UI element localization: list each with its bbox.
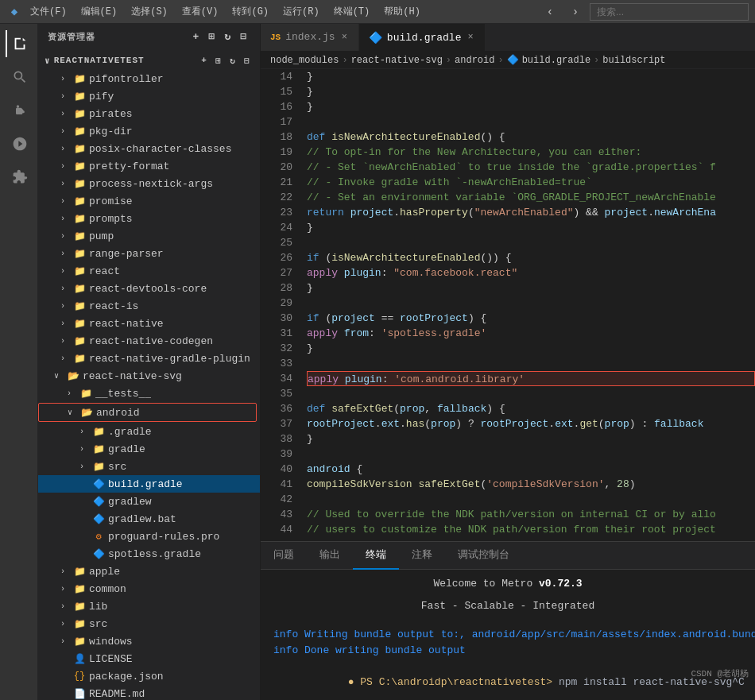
new-folder-icon[interactable]: ⊞ bbox=[206, 30, 219, 43]
menu-view[interactable]: 查看(V) bbox=[176, 3, 225, 20]
item-label: range-parser bbox=[89, 248, 164, 260]
gradle-bat-icon: 🔷 bbox=[92, 512, 105, 525]
expand-icon: ∨ bbox=[54, 371, 67, 381]
new-folder-icon-2[interactable]: ⊞ bbox=[212, 54, 225, 67]
menu-run[interactable]: 运行(R) bbox=[277, 3, 326, 20]
list-item[interactable]: › 📁 apple bbox=[38, 563, 260, 580]
item-label: react-native-svg bbox=[83, 370, 182, 382]
menu-terminal[interactable]: 终端(T) bbox=[327, 3, 377, 20]
activity-search[interactable] bbox=[6, 64, 33, 91]
code-line: if (isNewArchitectureEnabled()) { bbox=[307, 250, 755, 265]
list-item[interactable]: › 📁 .gradle bbox=[38, 423, 260, 440]
list-item[interactable]: › 📁 react-devtools-core bbox=[38, 280, 260, 297]
list-item[interactable]: › 📁 pump bbox=[38, 227, 260, 245]
list-item[interactable]: › 📁 posix-character-classes bbox=[38, 140, 260, 157]
code-line: } bbox=[307, 431, 755, 447]
list-item[interactable]: › 📁 gradle bbox=[38, 440, 260, 458]
item-label: react-devtools-core bbox=[89, 283, 207, 295]
list-item[interactable]: › 📁 range-parser bbox=[38, 245, 260, 262]
list-item[interactable]: › 📁 pretty-format bbox=[38, 157, 260, 175]
panel-tab-output[interactable]: 输出 bbox=[307, 542, 353, 570]
list-item[interactable]: 🔷 spotless.gradle bbox=[38, 545, 260, 563]
android-folder[interactable]: ∨ 📂 android bbox=[39, 404, 256, 421]
code-editor[interactable]: 14 15 16 17 18 19 20 21 22 23 24 25 26 2… bbox=[261, 69, 755, 541]
expand-icon: › bbox=[79, 462, 92, 471]
list-item[interactable]: › 📁 __tests__ bbox=[38, 385, 260, 402]
terminal-tagline: Fast - Scalable - Integrated bbox=[273, 598, 742, 614]
list-item[interactable]: › 📁 src bbox=[38, 458, 260, 475]
menu-help[interactable]: 帮助(H) bbox=[378, 3, 427, 20]
list-item[interactable]: 📄 README.md bbox=[38, 685, 260, 700]
collapse-icon[interactable]: ⊟ bbox=[238, 30, 250, 43]
list-item[interactable]: 👤 LICENSE bbox=[38, 650, 260, 667]
item-label: __tests__ bbox=[95, 388, 151, 400]
code-line: compileSdkVersion safeExtGet('compileSdk… bbox=[307, 477, 755, 492]
list-item[interactable]: {} package.json bbox=[38, 667, 260, 685]
list-item[interactable]: › 📁 react-native-codegen bbox=[38, 332, 260, 350]
expand-icon: › bbox=[67, 389, 79, 398]
code-line: apply plugin: "com.facebook.react" bbox=[307, 265, 755, 280]
menu-select[interactable]: 选择(S) bbox=[125, 3, 174, 20]
activity-debug[interactable] bbox=[6, 130, 33, 157]
panel-tab-terminal[interactable]: 终端 bbox=[353, 542, 399, 570]
list-item[interactable]: › 📁 process-nextick-args bbox=[38, 175, 260, 192]
list-item[interactable]: › 📁 react bbox=[38, 262, 260, 280]
breadcrumb: node_modules › react-native-svg › androi… bbox=[261, 52, 755, 69]
collapse-icon-2[interactable]: ⊟ bbox=[241, 54, 254, 67]
list-item[interactable]: › 📁 pify bbox=[38, 87, 260, 105]
list-item[interactable]: › 📁 react-is bbox=[38, 297, 260, 315]
menu-goto[interactable]: 转到(G) bbox=[226, 3, 275, 20]
item-label: prompts bbox=[89, 213, 133, 225]
proguard-icon: ⚙ bbox=[92, 530, 105, 543]
item-label: pify bbox=[89, 91, 114, 102]
menu-edit[interactable]: 编辑(E) bbox=[75, 3, 124, 20]
list-item[interactable]: › 📁 react-native bbox=[38, 315, 260, 332]
list-item[interactable]: ⚙ proguard-rules.pro bbox=[38, 528, 260, 545]
new-file-icon-2[interactable]: + bbox=[198, 54, 211, 67]
terminal-info-line2: info Done writing bundle output bbox=[273, 643, 742, 659]
panel-area: 问题 输出 终端 注释 调试控制台 Welcome to Metro v0.72… bbox=[261, 541, 755, 700]
list-item[interactable]: › 📁 windows bbox=[38, 632, 260, 650]
tab-close[interactable]: × bbox=[340, 30, 349, 44]
folder-icon: 📁 bbox=[73, 635, 86, 648]
list-item[interactable]: › 📁 src bbox=[38, 615, 260, 632]
watermark: CSDN @老胡杨 bbox=[691, 667, 749, 679]
panel-tab-debug[interactable]: 调试控制台 bbox=[445, 542, 522, 570]
folder-icon: 📁 bbox=[73, 352, 86, 365]
list-item[interactable]: 🔷 gradlew bbox=[38, 493, 260, 510]
new-file-icon[interactable]: + bbox=[190, 30, 203, 43]
list-item[interactable]: ∨ 📂 react-native-svg bbox=[38, 367, 260, 385]
tab-build-gradle[interactable]: 🔷 build.gradle × bbox=[359, 24, 486, 51]
list-item[interactable]: › 📁 prompts bbox=[38, 210, 260, 227]
nav-forward[interactable]: › bbox=[564, 3, 587, 21]
panel-tab-problems[interactable]: 问题 bbox=[261, 542, 307, 570]
menu-file[interactable]: 文件(F) bbox=[24, 3, 73, 20]
panel-tab-comments[interactable]: 注释 bbox=[399, 542, 445, 570]
list-item[interactable]: › 📁 pkg-dir bbox=[38, 122, 260, 140]
list-item[interactable]: 🔷 gradlew.bat bbox=[38, 510, 260, 528]
activity-explorer[interactable] bbox=[6, 30, 33, 57]
code-line: } bbox=[307, 69, 755, 84]
list-item[interactable]: › 📁 pifontroller bbox=[38, 70, 260, 87]
nav-back[interactable]: ‹ bbox=[539, 3, 561, 21]
list-item[interactable]: › 📁 promise bbox=[38, 192, 260, 210]
tab-close-active[interactable]: × bbox=[466, 30, 474, 44]
sidebar-header: 资源管理器 + ⊞ ↻ ⊟ bbox=[38, 24, 260, 49]
terminal-content[interactable]: Welcome to Metro v0.72.3 Fast - Scalable… bbox=[261, 570, 755, 700]
refresh-icon[interactable]: ↻ bbox=[222, 30, 234, 43]
search-input[interactable] bbox=[590, 3, 749, 21]
tree-section-root[interactable]: ∨ REACTNATIVETEST + ⊞ ↻ ⊟ bbox=[38, 51, 260, 70]
build-gradle-item[interactable]: 🔷 build.gradle bbox=[38, 475, 260, 493]
list-item[interactable]: › 📁 common bbox=[38, 580, 260, 598]
list-item[interactable]: › 📁 pirates bbox=[38, 105, 260, 122]
list-item[interactable]: › 📁 react-native-gradle-plugin bbox=[38, 350, 260, 367]
code-line bbox=[307, 492, 755, 507]
refresh-icon-2[interactable]: ↻ bbox=[226, 54, 239, 67]
expand-icon: › bbox=[60, 319, 73, 328]
list-item[interactable]: › 📁 lib bbox=[38, 598, 260, 615]
activity-source-control[interactable] bbox=[6, 97, 33, 124]
folder-icon: 📁 bbox=[73, 282, 86, 295]
activity-extensions[interactable] bbox=[6, 164, 33, 191]
tab-index-js[interactable]: JS index.js × bbox=[261, 24, 359, 51]
expand-icon: › bbox=[60, 92, 73, 101]
